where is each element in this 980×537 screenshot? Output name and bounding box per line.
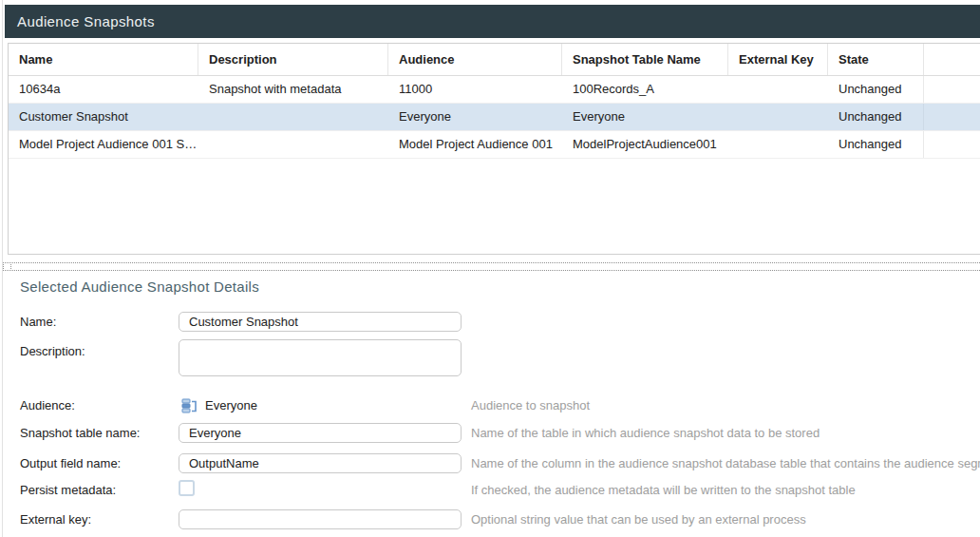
snapshot-table-name-help-text: Name of the table in which audience snap… (471, 426, 820, 440)
cell-description (198, 104, 388, 130)
cell-name: 10634a (9, 76, 198, 103)
panel-title: Audience Snapshots (17, 13, 155, 29)
table-row[interactable]: 10634a Snapshot with metadata 11000 100R… (9, 76, 980, 104)
name-input[interactable] (179, 312, 462, 332)
cell-description (198, 131, 388, 158)
persist-metadata-checkbox[interactable] (179, 480, 195, 496)
cell-spacer (924, 104, 980, 130)
column-header-name[interactable]: Name (9, 44, 198, 75)
cell-state: Unchanged (828, 131, 924, 158)
external-key-label: External key: (20, 512, 179, 527)
column-header-spacer (924, 44, 980, 75)
output-field-name-field-row: Output field name: Name of the column in… (20, 451, 980, 475)
audience-name-text: Everyone (205, 398, 257, 412)
audience-field-row: Audience: Everyone Audience to snapshot (20, 394, 980, 415)
persist-metadata-field-row: Persist metadata: If checked, the audien… (20, 481, 980, 498)
cell-audience: 11000 (388, 76, 562, 103)
column-header-state[interactable]: State (828, 44, 924, 75)
cell-spacer (924, 76, 980, 103)
external-key-help-text: Optional string value that can be used b… (471, 512, 806, 527)
table-row[interactable]: Model Project Audience 001 Sna... Model … (9, 131, 980, 159)
details-heading: Selected Audience Snapshot Details (20, 278, 980, 295)
cell-external-key (728, 76, 828, 103)
output-field-name-help-text: Name of the column in the audience snaps… (471, 456, 980, 470)
audience-snapshots-panel: Audience Snapshots Name Description Audi… (2, 0, 980, 537)
panel-title-bar: Audience Snapshots (5, 5, 980, 38)
cell-snapshot-table: ModelProjectAudience001 (562, 131, 728, 158)
description-field-row: Description: (20, 339, 980, 385)
external-key-field-row: External key: Optional string value that… (20, 508, 980, 531)
external-key-input[interactable] (179, 509, 462, 529)
cell-state: Unchanged (828, 76, 924, 103)
cell-audience: Model Project Audience 001 (388, 131, 562, 158)
cell-state: Unchanged (828, 104, 924, 130)
cell-description: Snapshot with metadata (198, 76, 388, 103)
cell-snapshot-table: 100Records_A (562, 76, 728, 103)
cell-external-key (728, 131, 828, 158)
horizontal-splitter[interactable] (3, 262, 980, 271)
name-field-row: Name: (20, 310, 980, 334)
description-textarea[interactable] (179, 339, 462, 376)
snapshots-table: Name Description Audience Snapshot Table… (8, 43, 980, 255)
description-label: Description: (20, 339, 179, 358)
audience-table-icon (181, 397, 198, 413)
audience-help-text: Audience to snapshot (471, 398, 590, 412)
snapshot-table-name-input[interactable] (179, 423, 462, 443)
cell-snapshot-table: Everyone (562, 104, 728, 130)
audience-value[interactable]: Everyone (179, 397, 462, 413)
cell-audience: Everyone (388, 104, 562, 130)
cell-name: Customer Snapshot (9, 104, 198, 130)
cell-spacer (924, 131, 980, 158)
audience-label: Audience: (20, 398, 179, 412)
column-header-description[interactable]: Description (198, 44, 388, 75)
details-form: Name: Description: Audience: (20, 310, 980, 531)
column-header-snapshot-table[interactable]: Snapshot Table Name (562, 44, 728, 75)
table-header-row: Name Description Audience Snapshot Table… (9, 44, 980, 76)
column-header-audience[interactable]: Audience (388, 44, 562, 75)
splitter-handle-icon[interactable] (3, 262, 11, 271)
snapshot-table-name-label: Snapshot table name: (20, 426, 179, 440)
table-row-selected[interactable]: Customer Snapshot Everyone Everyone Unch… (9, 104, 980, 131)
persist-metadata-help-text: If checked, the audience metadata will b… (471, 483, 856, 497)
persist-metadata-label: Persist metadata: (20, 483, 179, 497)
name-label: Name: (20, 315, 179, 329)
column-header-external-key[interactable]: External Key (728, 44, 828, 75)
snapshot-table-name-field-row: Snapshot table name: Name of the table i… (20, 421, 980, 445)
output-field-name-input[interactable] (179, 453, 462, 473)
selected-snapshot-details-section: Selected Audience Snapshot Details Name:… (8, 273, 980, 537)
cell-external-key (728, 104, 828, 130)
cell-name: Model Project Audience 001 Sna... (9, 131, 198, 158)
output-field-name-label: Output field name: (20, 456, 179, 470)
